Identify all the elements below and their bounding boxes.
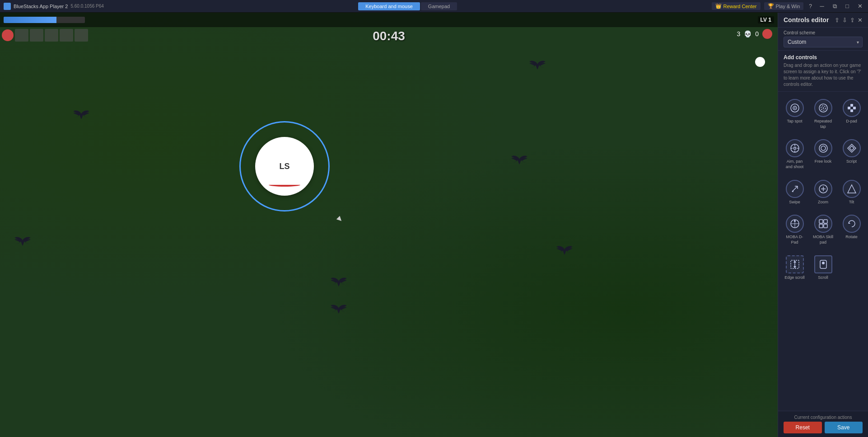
control-swipe[interactable]: Swipe [782, 176, 807, 209]
moba-skill-label: MOBA Skill pad [812, 235, 834, 245]
controls-editor-header: Controls editor ⇧ ⇩ ⇪ ✕ [778, 13, 868, 28]
play-win-button[interactable]: 🏆 Play & Win [764, 2, 804, 10]
zoom-label: Zoom [818, 200, 828, 205]
aim-pan-shoot-icon [786, 139, 804, 157]
control-edge-scroll[interactable]: Edge scroll [782, 252, 807, 284]
bat-sprite-6 [330, 302, 348, 315]
trophy-icon: 🏆 [768, 3, 774, 9]
script-icon [843, 139, 861, 157]
minimize-button[interactable]: ─ [817, 2, 826, 11]
tab-keyboard-mouse[interactable]: Keyboard and mouse [358, 2, 420, 10]
script-label: Script [846, 159, 857, 164]
svg-rect-31 [824, 224, 827, 228]
svg-rect-7 [850, 109, 853, 112]
player-avatar-hud [762, 29, 772, 39]
control-rotate[interactable]: Rotate [839, 211, 864, 249]
game-area[interactable]: LV 1 00:43 3 💀 0 [0, 13, 778, 437]
rotate-label: Rotate [845, 235, 858, 240]
control-tap-spot[interactable]: Tap spot [782, 95, 807, 133]
swipe-icon [786, 180, 804, 198]
tilt-label: Tilt [849, 200, 854, 205]
crown-icon: 👑 [715, 3, 722, 9]
control-zoom[interactable]: Zoom [810, 176, 836, 209]
svg-rect-29 [824, 220, 827, 223]
control-moba-skill[interactable]: MOBA Skill pad [810, 211, 836, 249]
control-scheme-row: Control scheme Custom ▾ [778, 28, 868, 51]
tilt-icon [843, 180, 861, 198]
tab-bar: Keyboard and mouse Gamepad [104, 2, 712, 10]
svg-point-15 [793, 147, 796, 150]
control-scroll[interactable]: Scroll [810, 252, 836, 284]
close-button[interactable]: ✕ [855, 2, 864, 11]
control-free-look[interactable]: Free look [810, 136, 836, 173]
moba-dpad-icon [786, 215, 804, 233]
main-content: LV 1 00:43 3 💀 0 [0, 13, 868, 437]
game-icon-5 [75, 29, 88, 42]
control-repeated-tap[interactable]: Repeated tap [810, 95, 836, 133]
player-avatar-mini [2, 29, 14, 41]
score-value: 0 [755, 30, 759, 38]
bat-sprite-2 [510, 153, 528, 165]
svg-rect-6 [850, 104, 853, 107]
repeated-tap-label: Repeated tap [812, 119, 834, 129]
export-button[interactable]: ⇪ [850, 17, 855, 23]
edge-scroll-icon [786, 255, 804, 273]
game-icon-1 [15, 29, 28, 42]
bat-sprite-5 [330, 275, 348, 287]
svg-point-17 [821, 146, 826, 150]
game-hud-bar: LV 1 [0, 13, 778, 27]
import-button[interactable]: ⇩ [842, 17, 847, 23]
panel-close-button[interactable]: ✕ [858, 17, 863, 23]
kills-count: 3 [737, 30, 740, 38]
add-controls-section: Add controls Drag and drop an action on … [778, 51, 868, 92]
game-icon-3 [45, 29, 58, 42]
health-bar [4, 17, 56, 23]
scroll-label: Scroll [818, 275, 828, 281]
svg-rect-38 [822, 262, 825, 264]
control-script[interactable]: Script [839, 136, 864, 173]
joystick-container[interactable]: LS [239, 121, 330, 211]
app-name: BlueStacks App Player 2 [14, 4, 68, 9]
tab-gamepad[interactable]: Gamepad [421, 2, 457, 10]
svg-marker-23 [848, 185, 856, 193]
reset-button[interactable]: Reset [784, 422, 822, 433]
rotate-icon [843, 215, 861, 233]
add-controls-desc: Drag and drop an action on your game scr… [784, 62, 863, 88]
white-dot-indicator [755, 57, 765, 67]
share-button[interactable]: ⇧ [835, 17, 840, 23]
config-actions-label: Current configuration actions [784, 415, 863, 420]
restore-button[interactable]: ⧉ [830, 2, 839, 11]
joystick-red-arc [269, 183, 300, 187]
controls-editor-title: Controls editor [784, 16, 829, 23]
maximize-button[interactable]: □ [843, 2, 852, 11]
edge-scroll-label: Edge scroll [784, 275, 805, 281]
game-icon-4 [60, 29, 73, 42]
svg-rect-9 [853, 107, 856, 109]
reward-center-button[interactable]: 👑 Reward Center [712, 2, 761, 10]
header-icon-group: ⇧ ⇩ ⇪ ✕ [835, 17, 863, 23]
svg-rect-8 [848, 107, 850, 109]
help-button[interactable]: ? [807, 2, 814, 10]
save-button[interactable]: Save [825, 422, 863, 433]
game-icon-2 [30, 29, 43, 42]
tap-spot-icon [786, 99, 804, 117]
svg-marker-32 [849, 222, 850, 224]
scheme-select[interactable]: Custom [784, 37, 863, 47]
moba-skill-icon [814, 215, 832, 233]
title-bar: BlueStacks App Player 2 5.60.0.1056 P64 … [0, 0, 868, 13]
zoom-icon [814, 180, 832, 198]
bat-sprite-7 [14, 234, 32, 247]
game-icons-row [2, 29, 88, 42]
control-aim-pan-shoot[interactable]: Aim, pan and shoot [782, 136, 807, 173]
dpad-icon [843, 99, 861, 117]
controls-editor-panel: Controls editor ⇧ ⇩ ⇪ ✕ Control scheme C… [778, 13, 868, 437]
control-dpad[interactable]: D-pad [839, 95, 864, 133]
kills-score-row: 3 💀 0 [737, 29, 772, 39]
control-moba-dpad[interactable]: MOBA D-Pad [782, 211, 807, 249]
scheme-select-wrapper: Custom ▾ [784, 37, 863, 47]
swipe-label: Swipe [789, 200, 800, 205]
free-look-icon [814, 139, 832, 157]
control-tilt[interactable]: Tilt [839, 176, 864, 209]
dpad-label: D-pad [846, 119, 857, 124]
joystick-label: LS [279, 162, 289, 171]
